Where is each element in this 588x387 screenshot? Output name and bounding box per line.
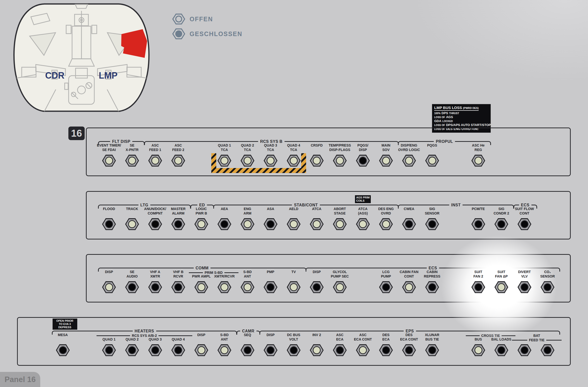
breaker-event-timer-se-fdai[interactable] [102, 155, 116, 167]
breaker-state-closed-icon [105, 346, 113, 354]
breaker-flood[interactable] [102, 218, 116, 230]
breaker-state-closed-icon [405, 220, 413, 228]
breaker-state-open-icon [244, 283, 252, 291]
breaker-label-glycol-pump-sec: GLYCOLPUMP SEC [326, 270, 354, 278]
breaker-logic-pwr-b[interactable] [194, 218, 208, 230]
breaker-aeld[interactable] [287, 218, 301, 230]
breaker-se-audio[interactable] [125, 281, 139, 293]
breaker-disp[interactable] [310, 281, 324, 293]
page: CDR LMP OFFEN GESCHLOSSEN LMP BUS LOSS (… [0, 0, 588, 387]
breaker-seq[interactable] [241, 344, 254, 356]
breaker-des-eca[interactable] [379, 344, 393, 356]
breaker-quad-4-tca[interactable] [287, 155, 301, 167]
breaker-s-bd-ant[interactable] [217, 344, 231, 356]
breaker-pqgs-disp[interactable] [356, 155, 370, 167]
breaker-atca-ags[interactable] [356, 218, 370, 230]
breaker-asc-feed-2[interactable] [171, 155, 185, 167]
breaker-pwr-ampl[interactable] [194, 281, 208, 293]
breaker-asc-eca-cont[interactable] [356, 344, 370, 356]
breaker-des-eng-ovrd[interactable] [379, 218, 393, 230]
breaker-sig-sensor[interactable] [425, 218, 439, 230]
breaker-state-open-icon [244, 157, 252, 165]
breaker-xlunar-bus-tie[interactable] [425, 344, 439, 356]
breaker-quad-4[interactable] [171, 344, 185, 356]
breaker-quad-2-tca[interactable] [241, 155, 254, 167]
breaker-sig-condr-2[interactable] [494, 218, 508, 230]
breaker-bus[interactable] [471, 344, 485, 356]
warning-tag-ags-prim: AGS PRIMCOILS [355, 195, 371, 203]
breaker-atca[interactable] [310, 218, 324, 230]
breaker-col-slot19 [533, 333, 562, 372]
breaker-lcg-pump[interactable] [379, 281, 393, 293]
breaker-s-bd-ant[interactable] [241, 281, 254, 293]
breaker-pqgs[interactable] [425, 155, 439, 167]
breaker-quad-2[interactable] [125, 344, 139, 356]
breaker-cabin-fan-cont[interactable] [402, 281, 416, 293]
breaker-vhf-b-rcvr[interactable] [171, 281, 185, 293]
note-line: LOSS OFDPS/APS AUTO START/STOP [434, 123, 488, 127]
breaker-eng-arm[interactable] [241, 218, 254, 230]
legend-closed-row: GESCHLOSSEN [172, 28, 242, 40]
breaker-asc-feed-1[interactable] [148, 155, 162, 167]
breaker-glycol-pump-sec[interactable] [333, 281, 347, 293]
breaker-disp[interactable] [194, 344, 208, 356]
breaker-asc-eca[interactable] [333, 344, 347, 356]
breaker-suit-fan-2[interactable] [471, 281, 485, 293]
breaker-quad-1-tca[interactable] [217, 155, 231, 167]
breaker-asc-he-reg[interactable] [471, 155, 485, 167]
breaker-aea[interactable] [217, 218, 231, 230]
breaker-quad-3-tca[interactable] [264, 155, 277, 167]
breaker-abort-stage[interactable] [333, 218, 347, 230]
breaker-inv-2[interactable] [310, 344, 324, 356]
breaker-col-cabin-repress: CABINREPRESS [418, 270, 446, 309]
breaker-anun-dock-compnt[interactable] [148, 218, 162, 230]
breaker-cwea[interactable] [402, 218, 416, 230]
breaker-state-closed-icon [128, 346, 136, 354]
breaker-main-sov[interactable] [379, 155, 393, 167]
breaker-suit-flow-cont[interactable] [518, 218, 531, 230]
breaker-co-sensor[interactable] [541, 281, 554, 293]
breaker-bal-loads[interactable] [494, 344, 508, 356]
breaker-state-closed-icon [267, 346, 274, 354]
breaker-track[interactable] [125, 218, 139, 230]
breaker-disp[interactable] [102, 281, 116, 293]
breaker-quad-1[interactable] [102, 344, 116, 356]
open-breaker-icon [172, 13, 185, 25]
breaker-dc-bus-volt[interactable] [287, 344, 301, 356]
breaker-divert-vlv[interactable] [518, 281, 531, 293]
breaker-col-xlunar-bus-tie: XLUNARBUS TIE [418, 333, 446, 372]
note-line: 100%DPSTHRUST [434, 111, 488, 115]
breaker-label-sig-sensor: SIGSENSOR [418, 206, 446, 215]
breaker-state-closed-icon [220, 220, 228, 228]
breaker-col-pqgs: PQGS [418, 143, 446, 183]
legend: OFFEN GESCHLOSSEN [172, 13, 242, 43]
breaker-col-suit-flow-cont: SUIT FLOWCONT [510, 206, 539, 246]
breaker-state-closed-icon [267, 220, 274, 228]
breaker-slot19[interactable] [541, 344, 554, 356]
breaker-tv[interactable] [287, 281, 301, 293]
breaker-pmp[interactable] [264, 281, 277, 293]
breaker-pcm-te[interactable] [471, 218, 485, 230]
breaker-temp-press-disp-flags[interactable] [333, 155, 347, 167]
breaker-suit-fan-p[interactable] [494, 281, 508, 293]
breaker-cabin-repress[interactable] [425, 281, 439, 293]
breaker-state-open-icon [151, 157, 159, 165]
breaker-state-open-icon [313, 346, 321, 354]
breaker-quad-3[interactable] [148, 344, 162, 356]
breaker-se-x-pntr[interactable] [125, 155, 139, 167]
breaker-mesa[interactable] [56, 344, 70, 356]
breaker-state-open-icon [313, 220, 321, 228]
breaker-label-pqgs: PQGS [418, 143, 446, 148]
breaker-des-eca-cont[interactable] [402, 344, 416, 356]
breaker-master-alarm[interactable] [171, 218, 185, 230]
breaker-disp[interactable] [264, 344, 277, 356]
breaker-disp-eng-ovrd-logic[interactable] [402, 155, 416, 167]
cabin-location-diagram: CDR LMP [7, 1, 155, 113]
breaker-slot18[interactable] [518, 344, 531, 356]
closed-breaker-icon [172, 28, 185, 40]
breaker-crsfd[interactable] [310, 155, 324, 167]
breaker-xmtr-rcvr[interactable] [217, 281, 231, 293]
breaker-asa[interactable] [264, 218, 277, 230]
breaker-state-open-icon [197, 283, 205, 291]
breaker-vhf-a-xmtr[interactable] [148, 281, 162, 293]
